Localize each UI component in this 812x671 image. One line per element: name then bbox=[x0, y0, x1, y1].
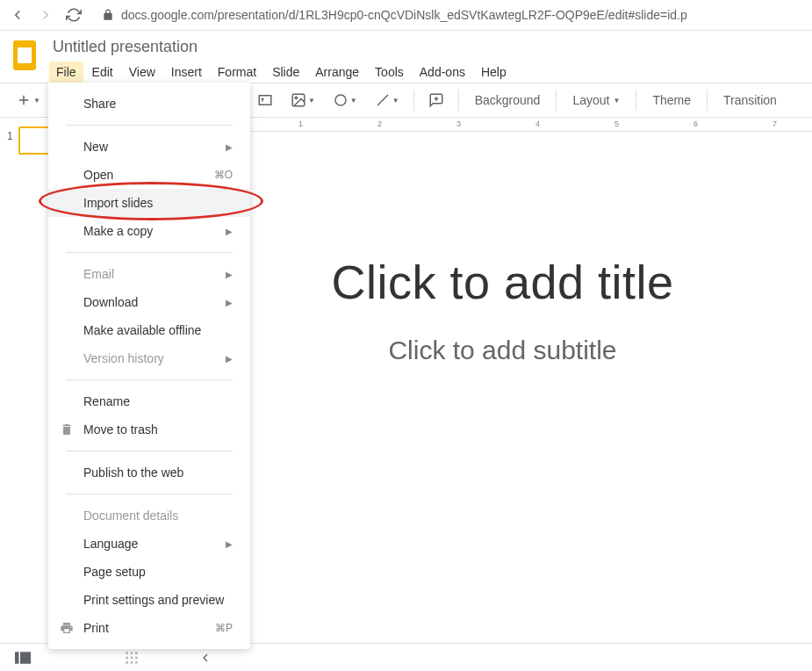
menu-item-share[interactable]: Share bbox=[48, 90, 250, 118]
svg-rect-17 bbox=[126, 661, 128, 664]
separator bbox=[66, 379, 233, 380]
transition-button[interactable]: Transition bbox=[715, 88, 786, 112]
ruler-tick: 7 bbox=[772, 119, 777, 128]
svg-line-6 bbox=[377, 95, 388, 105]
svg-rect-10 bbox=[20, 652, 31, 664]
title-placeholder[interactable]: Click to add title bbox=[246, 255, 759, 309]
menu-edit[interactable]: Edit bbox=[85, 61, 120, 83]
menu-item-label: Print bbox=[83, 621, 109, 635]
ruler-tick: 3 bbox=[456, 119, 461, 128]
keyboard-shortcut: ⌘O bbox=[214, 169, 233, 181]
textbox-button[interactable] bbox=[250, 87, 280, 113]
forward-button[interactable] bbox=[37, 6, 54, 24]
chevron-right-icon: ▶ bbox=[226, 539, 233, 549]
svg-rect-14 bbox=[126, 656, 128, 659]
svg-rect-0 bbox=[259, 96, 271, 105]
slide-number: 1 bbox=[7, 126, 13, 155]
menu-slide[interactable]: Slide bbox=[265, 61, 306, 83]
file-menu-dropdown: Share New ▶ Open ⌘O Import slides Make a… bbox=[48, 83, 250, 649]
browser-toolbar: docs.google.com/presentation/d/1RL3H9cp0… bbox=[0, 0, 812, 31]
svg-rect-9 bbox=[15, 652, 19, 664]
svg-rect-16 bbox=[135, 656, 138, 659]
menu-tools[interactable]: Tools bbox=[368, 61, 411, 83]
ruler-tick: 1 bbox=[298, 119, 303, 128]
layout-button[interactable]: Layout ▼ bbox=[564, 88, 629, 112]
menu-item-page-setup[interactable]: Page setup bbox=[48, 558, 250, 586]
menu-item-label: Download bbox=[83, 295, 138, 309]
menu-item-label: Print settings and preview bbox=[83, 593, 224, 607]
shape-button[interactable]: ▼ bbox=[326, 87, 364, 113]
filmstrip-view-button[interactable] bbox=[12, 647, 33, 668]
menu-item-new[interactable]: New ▶ bbox=[48, 133, 250, 161]
menu-item-publish[interactable]: Publish to the web bbox=[48, 458, 250, 487]
menu-item-email: Email ▶ bbox=[48, 260, 250, 288]
menu-item-rename[interactable]: Rename bbox=[48, 387, 250, 415]
menu-insert[interactable]: Insert bbox=[164, 61, 209, 83]
layout-label: Layout bbox=[572, 93, 609, 107]
separator bbox=[556, 90, 557, 111]
menu-item-download[interactable]: Download ▶ bbox=[48, 288, 250, 316]
theme-button[interactable]: Theme bbox=[643, 88, 700, 112]
chevron-right-icon: ▶ bbox=[226, 354, 233, 364]
menu-item-make-copy[interactable]: Make a copy ▶ bbox=[48, 217, 250, 245]
subtitle-placeholder[interactable]: Click to add subtitle bbox=[246, 336, 759, 365]
line-button[interactable]: ▼ bbox=[368, 87, 406, 113]
canvas-area: 1 2 3 4 5 6 7 Click to add title Click t… bbox=[193, 118, 812, 642]
chevron-down-icon: ▼ bbox=[392, 97, 399, 105]
menu-file[interactable]: File bbox=[49, 61, 83, 83]
ruler-tick: 2 bbox=[377, 119, 382, 128]
ruler-tick: 4 bbox=[535, 119, 540, 128]
menu-item-import-slides[interactable]: Import slides bbox=[48, 189, 250, 217]
background-button[interactable]: Background bbox=[466, 88, 550, 112]
horizontal-ruler: 1 2 3 4 5 6 7 bbox=[193, 118, 812, 132]
svg-rect-19 bbox=[135, 661, 138, 664]
chevron-right-icon: ▶ bbox=[226, 298, 233, 307]
menu-item-open[interactable]: Open ⌘O bbox=[48, 161, 250, 189]
ruler-tick: 5 bbox=[614, 119, 619, 128]
menu-item-offline[interactable]: Make available offline bbox=[48, 316, 250, 344]
menu-item-label: Version history bbox=[83, 351, 164, 365]
menu-item-print[interactable]: Print ⌘P bbox=[48, 614, 250, 642]
separator bbox=[66, 494, 233, 494]
separator bbox=[66, 252, 233, 253]
menu-addons[interactable]: Add-ons bbox=[413, 61, 472, 83]
doc-title[interactable]: Untitled presentation bbox=[49, 36, 803, 58]
menu-item-language[interactable]: Language ▶ bbox=[48, 530, 250, 558]
svg-rect-15 bbox=[131, 656, 133, 659]
menu-item-label: Page setup bbox=[83, 565, 146, 579]
comment-button[interactable] bbox=[421, 87, 451, 113]
separator bbox=[66, 451, 233, 451]
svg-point-5 bbox=[335, 95, 346, 105]
menu-format[interactable]: Format bbox=[211, 61, 263, 83]
print-icon bbox=[59, 620, 75, 636]
menu-view[interactable]: View bbox=[122, 61, 162, 83]
menu-item-label: Import slides bbox=[83, 196, 153, 210]
svg-rect-11 bbox=[126, 652, 128, 654]
chevron-down-icon: ▼ bbox=[33, 97, 40, 105]
menu-item-move-trash[interactable]: Move to trash bbox=[48, 415, 250, 444]
collapse-panel-button[interactable] bbox=[195, 647, 216, 668]
chevron-right-icon: ▶ bbox=[226, 227, 233, 236]
menu-item-label: New bbox=[83, 140, 108, 154]
grid-view-button[interactable] bbox=[121, 647, 142, 668]
slide-canvas[interactable]: Click to add title Click to add subtitle bbox=[211, 220, 794, 400]
svg-rect-18 bbox=[131, 661, 133, 664]
url-bar[interactable]: docs.google.com/presentation/d/1RL3H9cp0… bbox=[93, 4, 803, 25]
menu-item-label: Language bbox=[83, 537, 138, 551]
reload-button[interactable] bbox=[65, 6, 83, 24]
new-slide-button[interactable]: ▼ bbox=[9, 87, 47, 113]
menu-arrange[interactable]: Arrange bbox=[308, 61, 366, 83]
menu-item-version-history: Version history ▶ bbox=[48, 344, 250, 372]
keyboard-shortcut: ⌘P bbox=[215, 622, 233, 634]
menu-item-print-settings[interactable]: Print settings and preview bbox=[48, 586, 250, 614]
menu-item-label: Move to trash bbox=[83, 422, 158, 437]
svg-point-4 bbox=[295, 97, 297, 98]
trash-icon bbox=[59, 422, 75, 437]
chevron-down-icon: ▼ bbox=[613, 97, 620, 105]
back-button[interactable] bbox=[9, 6, 26, 24]
menu-help[interactable]: Help bbox=[474, 61, 514, 83]
slides-logo[interactable] bbox=[9, 36, 40, 75]
image-button[interactable]: ▼ bbox=[284, 87, 322, 113]
menu-item-label: Make available offline bbox=[83, 323, 201, 337]
separator bbox=[636, 90, 636, 111]
